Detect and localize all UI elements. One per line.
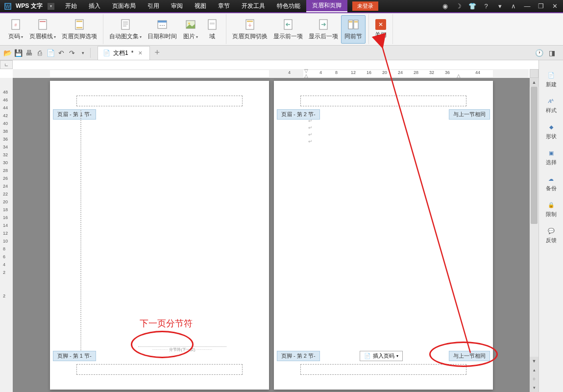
autotext-icon <box>118 18 133 31</box>
svg-rect-9 <box>122 20 129 29</box>
page-num-icon: 📄 <box>364 353 371 359</box>
close-window-icon[interactable]: ✕ <box>550 2 559 11</box>
close-hf-button[interactable]: ✕ 关闭 <box>372 15 390 44</box>
title-icons: ◉ ☽ 👕 ? ▾ ∧ — ❐ ✕ <box>441 2 563 11</box>
print-direct-icon[interactable]: 📄 <box>45 48 56 58</box>
hf-options-icon <box>72 18 87 31</box>
tab-review[interactable]: 审阅 <box>165 0 189 12</box>
svg-text:#: # <box>14 23 17 27</box>
page1-header-region[interactable] <box>76 96 243 106</box>
document-area[interactable]: 页眉 - 第 1 节- ↵ ┄┄┄┄ 分节符(下一页) ┄┄┄┄ 页脚 - 第 … <box>13 78 539 392</box>
new-doc-icon: 📄 <box>545 70 557 80</box>
app-menu-dropdown[interactable]: ▾ <box>48 3 54 10</box>
vertical-ruler[interactable]: 48 46 44 42 40 38 36 34 32 30 28 26 24 2… <box>0 78 13 392</box>
tab-section[interactable]: 章节 <box>212 0 236 12</box>
panel-toggle-icon[interactable]: ◨ <box>546 48 557 58</box>
tab-devtools[interactable]: 开发工具 <box>236 0 271 12</box>
moon-icon[interactable]: ☽ <box>454 2 463 11</box>
minimize-icon[interactable]: — <box>523 2 532 11</box>
clock-icon[interactable]: 🕐 <box>534 48 544 58</box>
date-time-button[interactable]: 日期和时间 <box>145 15 180 44</box>
scroll-down-icon[interactable]: ▼ <box>530 357 539 366</box>
header-line-button[interactable]: 页眉横线▾ <box>26 15 59 44</box>
backup-icon: ☁ <box>545 174 557 184</box>
ribbon: # 页码▾ 页眉横线▾ 页眉页脚选项 自动图文集▾ 日期和时间 图片▾ 域 <box>0 13 563 46</box>
picture-button[interactable]: 图片▾ <box>180 15 201 44</box>
insert-page-number-button[interactable]: 📄 插入页码 ▾ <box>360 351 403 361</box>
svg-point-16 <box>162 25 163 26</box>
scroll-thumb[interactable] <box>531 87 538 224</box>
doc-modified: * <box>131 49 134 56</box>
shape-icon: ◆ <box>545 122 557 132</box>
rp-style[interactable]: Aᴬ 样式 <box>545 96 557 114</box>
tab-layout[interactable]: 页面布局 <box>106 0 142 12</box>
scroll-up-icon[interactable]: ▲ <box>530 78 539 87</box>
svg-rect-21 <box>210 23 215 24</box>
page1-footer-region[interactable] <box>76 364 243 375</box>
prev-page-icon[interactable]: ▴ <box>530 366 539 374</box>
help-icon[interactable]: ? <box>482 2 490 11</box>
open-icon[interactable]: 📂 <box>2 48 13 58</box>
rp-limit[interactable]: 🔒 限制 <box>545 200 557 218</box>
rp-select[interactable]: ▣ 选择 <box>545 148 557 166</box>
ruler-corner[interactable]: ∟ <box>0 60 13 69</box>
collapse-ribbon-icon[interactable]: ∧ <box>509 2 518 11</box>
doc-tab-name: 文档1 <box>113 49 128 57</box>
next-page-icon[interactable]: ▾ <box>530 383 539 392</box>
panel-collapse-icon[interactable] <box>530 69 539 78</box>
show-next-button[interactable]: 显示后一项 <box>306 15 341 44</box>
limit-icon: 🔒 <box>545 200 557 210</box>
svg-point-17 <box>164 25 165 26</box>
rp-shape[interactable]: ◆ 形状 <box>545 122 557 140</box>
svg-point-19 <box>188 23 190 24</box>
qa-dd-icon[interactable]: ▾ <box>77 48 88 58</box>
page2-header-same-label: 与上一节相同 <box>449 109 490 120</box>
save-icon[interactable]: 💾 <box>13 48 24 58</box>
field-button[interactable]: 域 <box>201 15 223 44</box>
sync-icon[interactable]: ◉ <box>441 2 449 11</box>
same-as-prev-button[interactable]: 同前节 <box>341 15 366 44</box>
left-margin-line <box>80 110 81 350</box>
print-icon[interactable]: 🖶 <box>24 48 34 58</box>
same-as-prev-icon <box>345 18 361 31</box>
tab-reference[interactable]: 引用 <box>142 0 165 12</box>
svg-rect-23 <box>247 21 253 22</box>
login-badge[interactable]: 未登录 <box>352 1 378 11</box>
browse-icon[interactable]: ○ <box>530 374 539 383</box>
restore-icon[interactable]: ❐ <box>537 2 545 11</box>
tab-insert[interactable]: 插入 <box>83 0 106 12</box>
horizontal-ruler[interactable]: 4 4 8 12 16 20 24 28 32 36 44 ▽ △ △ <box>13 69 529 78</box>
quick-access-bar: 📂 💾 🖶 ⎙ 📄 ↶ ↷ ▾ 📄 文档1 * × + 🕐 ◨ <box>0 46 563 60</box>
skin-icon[interactable]: 👕 <box>468 2 477 11</box>
help-dd-icon[interactable]: ▾ <box>495 2 504 11</box>
doc-tab[interactable]: 📄 文档1 * × <box>98 46 150 60</box>
rp-feedback[interactable]: 💬 反馈 <box>545 226 557 244</box>
vertical-scrollbar[interactable]: ▲ ▼ ▴ ○ ▾ <box>530 78 539 392</box>
rp-backup[interactable]: ☁ 备份 <box>545 174 557 192</box>
tab-header-footer[interactable]: 页眉和页脚 <box>306 0 347 12</box>
feedback-icon: 💬 <box>545 226 557 236</box>
add-tab-icon[interactable]: + <box>155 48 160 58</box>
autotext-button[interactable]: 自动图文集▾ <box>106 15 145 44</box>
header-line-icon <box>35 18 50 31</box>
show-prev-button[interactable]: 显示前一项 <box>270 15 306 44</box>
tab-start[interactable]: 开始 <box>59 0 83 12</box>
page2-footer-same-label: 与上一节相同 <box>449 351 490 361</box>
page1-footer-label: 页脚 - 第 1 节- <box>53 351 96 361</box>
page-1: 页眉 - 第 1 节- ↵ ┄┄┄┄ 分节符(下一页) ┄┄┄┄ 页脚 - 第 … <box>50 81 269 390</box>
header-footer-options-button[interactable]: 页眉页脚选项 <box>59 15 100 44</box>
svg-rect-29 <box>354 21 358 23</box>
print-preview-icon[interactable]: ⎙ <box>34 48 45 58</box>
close-icon: ✕ <box>375 19 386 30</box>
hf-switch-button[interactable]: 页眉页脚切换 <box>229 15 270 44</box>
doc-tab-close-icon[interactable]: × <box>136 49 144 57</box>
section-break-indicator: ┄┄┄┄ 分节符(下一页) ┄┄┄┄ <box>138 346 226 352</box>
redo-icon[interactable]: ↷ <box>67 48 77 58</box>
page2-header-region[interactable] <box>300 96 466 106</box>
undo-icon[interactable]: ↶ <box>56 48 67 58</box>
tab-special[interactable]: 特色功能 <box>271 0 306 12</box>
page2-footer-region[interactable] <box>300 364 466 375</box>
rp-new[interactable]: 📄 新建 <box>545 70 557 88</box>
tab-view[interactable]: 视图 <box>189 0 212 12</box>
page-number-button[interactable]: # 页码▾ <box>5 15 26 44</box>
